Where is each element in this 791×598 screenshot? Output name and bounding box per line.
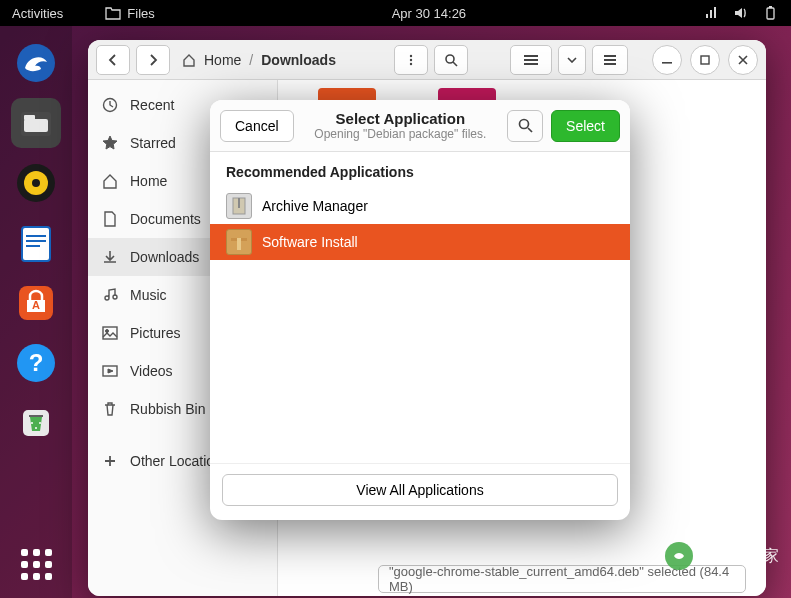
dialog-subtitle: Opening "Debian package" files. [302, 127, 499, 141]
maximize-button[interactable] [690, 45, 720, 75]
dialog-body: Recommended Applications Archive Manager… [210, 152, 630, 463]
sidebar-item-label: Home [130, 173, 167, 189]
back-button[interactable] [96, 45, 130, 75]
sidebar-item-label: Music [130, 287, 167, 303]
svg-point-38 [519, 120, 528, 129]
svg-rect-28 [604, 55, 616, 57]
breadcrumb-home[interactable]: Home [204, 52, 241, 68]
dock-rhythmbox[interactable] [11, 158, 61, 208]
sidebar-item-label: Pictures [130, 325, 181, 341]
app-row-label: Archive Manager [262, 198, 368, 214]
close-button[interactable] [728, 45, 758, 75]
svg-rect-30 [604, 63, 616, 65]
recommended-apps-heading: Recommended Applications [210, 164, 630, 188]
forward-button[interactable] [136, 45, 170, 75]
svg-rect-29 [604, 59, 616, 61]
minimize-button[interactable] [652, 45, 682, 75]
svg-rect-27 [524, 63, 538, 65]
breadcrumb-sep: / [249, 52, 253, 68]
svg-point-22 [410, 58, 412, 60]
dialog-header: Cancel Select Application Opening "Debia… [210, 100, 630, 152]
svg-point-18 [31, 422, 33, 424]
files-headerbar: Home / Downloads [88, 40, 766, 80]
svg-point-8 [32, 179, 40, 187]
cancel-button[interactable]: Cancel [220, 110, 294, 142]
svg-rect-11 [26, 240, 46, 242]
svg-rect-35 [103, 327, 117, 339]
dialog-footer: View All Applications [210, 463, 630, 520]
dialog-title: Select Application [302, 110, 499, 127]
sidebar-item-label: Videos [130, 363, 173, 379]
select-button[interactable]: Select [551, 110, 620, 142]
svg-rect-12 [26, 245, 40, 247]
view-list-button[interactable] [510, 45, 552, 75]
svg-text:?: ? [29, 349, 44, 376]
svg-point-20 [35, 427, 37, 429]
sidebar-item-label: Documents [130, 211, 201, 227]
sidebar-item-label: Recent [130, 97, 174, 113]
app-row-archive-manager[interactable]: Archive Manager [210, 188, 630, 224]
view-grid-button[interactable] [592, 45, 628, 75]
dock: A ? [0, 26, 72, 598]
home-icon [182, 53, 196, 67]
network-icon[interactable] [703, 5, 719, 21]
power-icon[interactable] [763, 5, 779, 21]
svg-text:A: A [32, 299, 40, 311]
svg-rect-9 [22, 227, 50, 261]
svg-rect-1 [769, 6, 772, 8]
dock-trash[interactable] [11, 398, 61, 448]
svg-rect-25 [524, 55, 538, 57]
view-all-applications-button[interactable]: View All Applications [222, 474, 618, 506]
app-indicator-label[interactable]: Files [127, 6, 154, 21]
breadcrumb[interactable]: Home / Downloads [182, 52, 336, 68]
svg-rect-0 [767, 8, 774, 19]
dock-help[interactable]: ? [11, 338, 61, 388]
sidebar-item-label: Starred [130, 135, 176, 151]
svg-point-34 [113, 295, 117, 299]
volume-icon[interactable] [733, 5, 749, 21]
view-dropdown-button[interactable] [558, 45, 586, 75]
svg-rect-31 [662, 62, 672, 64]
svg-rect-40 [238, 198, 240, 208]
svg-rect-26 [524, 59, 538, 61]
menu-button[interactable] [394, 45, 428, 75]
sidebar-item-label: Rubbish Bin [130, 401, 206, 417]
top-panel: Activities Files Apr 30 14:26 [0, 0, 791, 26]
svg-point-21 [410, 54, 412, 56]
dock-software[interactable]: A [11, 278, 61, 328]
search-button[interactable] [434, 45, 468, 75]
watermark: 微技术之家 [665, 542, 779, 570]
show-applications-button[interactable] [21, 549, 52, 580]
svg-rect-10 [26, 235, 46, 237]
select-application-dialog: Cancel Select Application Opening "Debia… [210, 100, 630, 520]
dock-thunderbird[interactable] [11, 38, 61, 88]
svg-rect-43 [237, 238, 241, 250]
archive-icon [226, 193, 252, 219]
dock-files[interactable] [11, 98, 61, 148]
app-row-label: Software Install [262, 234, 358, 250]
svg-rect-32 [701, 56, 709, 64]
clock[interactable]: Apr 30 14:26 [155, 6, 703, 21]
folder-icon [105, 6, 121, 20]
breadcrumb-current[interactable]: Downloads [261, 52, 336, 68]
svg-point-19 [39, 422, 41, 424]
svg-point-23 [410, 62, 412, 64]
app-row-software-install[interactable]: Software Install [210, 224, 630, 260]
package-icon [226, 229, 252, 255]
dock-libreoffice[interactable] [11, 218, 61, 268]
activities-button[interactable]: Activities [12, 6, 63, 21]
sidebar-item-label: Downloads [130, 249, 199, 265]
svg-point-24 [446, 55, 454, 63]
svg-rect-5 [24, 115, 35, 120]
dialog-search-button[interactable] [507, 110, 543, 142]
svg-rect-4 [24, 119, 48, 132]
